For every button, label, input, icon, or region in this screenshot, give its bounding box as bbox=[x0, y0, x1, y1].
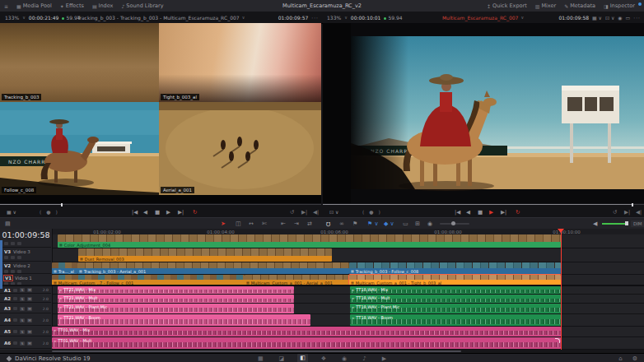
solo-button[interactable]: S bbox=[20, 318, 25, 323]
clip-thumbnails bbox=[77, 262, 349, 268]
clip-label: ≈TT18.WAV - Mix bbox=[352, 287, 388, 292]
track-lock-button[interactable] bbox=[4, 270, 8, 273]
settings-gear-icon[interactable]: ⚙ bbox=[632, 355, 637, 362]
timeline-audio-clip[interactable]: ≈TT21.WAV - Plant Mic bbox=[58, 304, 294, 313]
timeline-master-timecode: 01:00:09:58 bbox=[0, 230, 52, 240]
track-autoselect-button[interactable] bbox=[11, 270, 15, 273]
timeline-audio-clip[interactable]: ≈TT18.WAV - Plant Mic bbox=[350, 304, 561, 313]
angle-aerial[interactable]: Aerial_a_001 bbox=[159, 102, 321, 195]
mute-button[interactable]: M bbox=[27, 318, 32, 323]
mute-button[interactable]: M bbox=[27, 330, 32, 334]
track-id[interactable]: V2 bbox=[4, 263, 11, 268]
timeline-clip[interactable]: ▦Tra..._al bbox=[52, 262, 77, 274]
link-icon: ≈ bbox=[59, 288, 62, 292]
page-deliver[interactable]: ▶ bbox=[380, 355, 389, 362]
page-fairlight[interactable]: ♪ bbox=[360, 355, 368, 362]
vertical-scrollbar[interactable] bbox=[0, 236, 2, 289]
timeline-audio-clip[interactable]: ≈TT18.WAV - Boom bbox=[350, 314, 561, 326]
timeline-lanes: ▦Color_Adjustment_004▦Dust_Removal_003▦T… bbox=[0, 0, 644, 362]
timeline-audio-clip[interactable]: ≈TT01.WAV - Mult bbox=[52, 337, 561, 349]
clip-label: ≈TT21.WAV - Mix bbox=[59, 287, 96, 292]
page-edit[interactable]: ◧ bbox=[297, 354, 308, 362]
clip-label-text: TT21.WAV - Boom bbox=[63, 315, 100, 320]
timeline-clip[interactable]: ▦Tracking_b_003 - Follow_c_008 bbox=[349, 262, 561, 274]
track-lock-button[interactable] bbox=[13, 297, 17, 300]
timeline-audio-clip[interactable]: ≈TT21.WAV - Mix bbox=[58, 286, 294, 294]
clip-icon: ▦ bbox=[351, 269, 354, 273]
clip-label: ≈TT18.WAV - Mult bbox=[352, 295, 390, 300]
track-lock-button[interactable] bbox=[13, 307, 17, 310]
mute-button[interactable]: M bbox=[27, 341, 32, 346]
track-id[interactable]: A3 bbox=[4, 306, 11, 311]
clip-label-text: TT21.WAV - Mix bbox=[63, 287, 96, 292]
track-header-V3[interactable]: V3Video 3 bbox=[0, 248, 51, 262]
track-lock-button[interactable] bbox=[13, 318, 17, 322]
track-id[interactable]: V3 bbox=[4, 249, 11, 254]
fade-handle[interactable] bbox=[555, 338, 560, 343]
track-lock-button[interactable] bbox=[13, 330, 17, 333]
solo-button[interactable]: S bbox=[20, 288, 25, 292]
track-enable-button[interactable] bbox=[17, 270, 21, 273]
page-cut[interactable]: ◪ bbox=[277, 355, 287, 362]
track-id[interactable]: A1 bbox=[4, 288, 11, 293]
solo-button[interactable]: S bbox=[20, 307, 25, 311]
page-fusion[interactable]: ❖ bbox=[319, 355, 329, 362]
track-autoselect-button[interactable] bbox=[11, 242, 15, 245]
solo-button[interactable]: S bbox=[20, 297, 25, 301]
track-header-A4[interactable]: A4SM2.0 bbox=[0, 314, 51, 326]
timeline-audio-clip[interactable]: ≈TT18.WAV - Mix bbox=[350, 286, 561, 294]
timeline-clip[interactable]: ▦Color_Adjustment_004 bbox=[58, 234, 561, 248]
timeline-audio-clip[interactable]: ≈TT01.WAV - Mix bbox=[52, 327, 561, 336]
track-lock-button[interactable] bbox=[13, 341, 17, 345]
clip-thumbnails bbox=[58, 234, 561, 242]
track-header-V1[interactable]: V1Video 1 bbox=[0, 275, 51, 285]
track-enable-button[interactable] bbox=[17, 282, 21, 285]
clip-label: Dust_Removal_003 bbox=[85, 257, 124, 262]
clip-label: ≈TT21.WAV - Plant Mic bbox=[59, 304, 107, 309]
track-lock-button[interactable] bbox=[13, 289, 17, 292]
horizontal-scrollbar-thumb[interactable] bbox=[52, 350, 461, 352]
track-id[interactable]: A5 bbox=[4, 329, 11, 334]
project-home-icon[interactable]: ⌂ bbox=[618, 355, 622, 362]
playhead-caret[interactable] bbox=[558, 229, 564, 233]
timeline-audio-clip[interactable]: ≈TT18.WAV - Mult bbox=[350, 295, 561, 303]
angle-label: Aerial_a_001 bbox=[161, 187, 194, 193]
timeline-clip[interactable]: ▦Tracking_b_003 - Aerial_a_001 bbox=[77, 262, 349, 274]
track-autoselect-button[interactable] bbox=[11, 282, 15, 285]
track-header-A6[interactable]: A6SM2.0 bbox=[0, 337, 51, 349]
clip-label-text: TT01.WAV - Mix bbox=[58, 327, 90, 332]
page-color[interactable]: ◉ bbox=[339, 355, 349, 362]
track-header-V2[interactable]: V2Video 2 bbox=[0, 262, 51, 274]
mute-button[interactable]: M bbox=[27, 288, 32, 292]
track-channels: 2.0 bbox=[43, 318, 51, 323]
clip-thumbnails bbox=[52, 262, 77, 268]
timeline-audio-clip[interactable]: ≈TT21.WAV - Mult bbox=[58, 295, 294, 303]
solo-button[interactable]: S bbox=[20, 330, 25, 334]
track-lock-button[interactable] bbox=[4, 282, 8, 285]
track-header-A5[interactable]: A5SM2.0 bbox=[0, 327, 51, 336]
solo-button[interactable]: S bbox=[20, 341, 25, 346]
timeline-clip[interactable]: ▦Dust_Removal_003 bbox=[78, 248, 332, 262]
mute-button[interactable]: M bbox=[27, 307, 32, 311]
track-lock-button[interactable] bbox=[4, 256, 8, 259]
track-header-A3[interactable]: A3SM2.0 bbox=[0, 304, 51, 313]
track-lock-button[interactable] bbox=[4, 242, 8, 245]
timeline-audio-clip[interactable]: ≈TT21.WAV - Boom bbox=[58, 314, 310, 326]
audio-waveform bbox=[52, 342, 561, 347]
track-header-A2[interactable]: A2SM2.0 bbox=[0, 295, 51, 303]
link-icon: ≈ bbox=[54, 328, 56, 332]
mute-button[interactable]: M bbox=[27, 297, 32, 301]
clip-label-text: TT21.WAV - Mult bbox=[63, 295, 97, 300]
playhead[interactable] bbox=[561, 229, 562, 350]
page-media[interactable]: ▦ bbox=[255, 355, 266, 362]
track-id[interactable]: A2 bbox=[4, 296, 11, 301]
track-id[interactable]: V1 bbox=[4, 276, 12, 281]
track-enable-button[interactable] bbox=[17, 242, 21, 245]
clip-label: ≈TT18.WAV - Plant Mic bbox=[352, 304, 399, 309]
track-id[interactable]: A6 bbox=[4, 341, 11, 346]
track-enable-button[interactable] bbox=[17, 256, 21, 259]
track-id[interactable]: A4 bbox=[4, 318, 11, 323]
link-icon: ≈ bbox=[54, 339, 56, 343]
track-autoselect-button[interactable] bbox=[11, 256, 15, 259]
track-header-A1[interactable]: A1SM2.0 bbox=[0, 286, 51, 294]
